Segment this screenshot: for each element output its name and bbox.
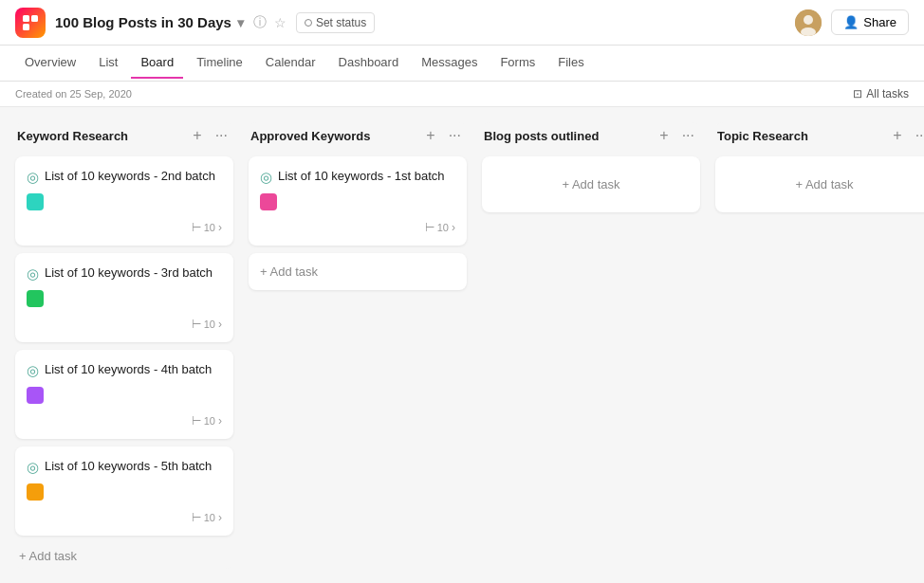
card-keyword-2nd-batch[interactable]: ◎ List of 10 keywords - 2nd batch ⊢ 10 › [15,156,233,246]
card-title-2: List of 10 keywords - 3rd batch [45,264,213,282]
arrow-icon-card3: › [218,414,222,428]
nav-item-timeline[interactable]: Timeline [187,47,252,79]
subtask-icon-card3: ⊢ [192,414,201,428]
set-status-circle [305,19,312,27]
subtask-count-card1: ⊢ 10 › [192,221,222,234]
avatar[interactable] [795,9,822,36]
add-task-card-approved: + Add task [249,253,467,290]
card-title-5: List of 10 keywords - 1st batch [278,168,445,185]
column-header-blog: Blog posts outlined + ··· [482,122,700,149]
column-header-topic: Topic Research + ··· [715,122,924,149]
card-title-3: List of 10 keywords - 4th batch [45,361,212,378]
tag-dot-card2 [27,290,44,307]
arrow-icon-card5: › [452,221,455,234]
subtask-icon-card1: ⊢ [192,221,201,234]
subtask-count-card2: ⊢ 10 › [192,318,222,331]
top-bar: 100 Blog Posts in 30 Days ▾ ⓘ ☆ Set stat… [0,0,924,46]
column-title-blog: Blog posts outlined [484,129,599,143]
subtask-icon-card5: ⊢ [425,221,434,234]
column-title-approved: Approved Keywords [250,129,370,143]
check-icon-card2: ◎ [27,265,39,282]
star-icon[interactable]: ☆ [274,15,286,30]
project-title-text: 100 Blog Posts in 30 Days [55,14,231,30]
add-task-blog[interactable]: + Add task [493,172,689,197]
subtask-count-card5: ⊢ 10 › [425,221,455,234]
add-task-keyword-research[interactable]: + Add task [15,543,233,569]
chevron-down-icon[interactable]: ▾ [237,15,244,30]
column-actions-topic: + ··· [889,126,924,145]
card-keyword-4th-batch[interactable]: ◎ List of 10 keywords - 4th batch ⊢ 10 › [15,350,233,439]
info-icon[interactable]: ⓘ [253,14,267,31]
tag-dot-card5 [260,193,277,210]
column-title-keyword-research: Keyword Research [17,129,128,143]
add-task-column-topic[interactable]: + [889,126,905,145]
nav-bar: Overview List Board Timeline Calendar Da… [0,46,924,82]
column-blog-posts-outlined: Blog posts outlined + ··· + Add task [482,122,700,212]
tag-dot-card1 [27,193,44,210]
nav-item-messages[interactable]: Messages [412,47,487,79]
tag-dot-card4 [27,483,44,501]
svg-rect-0 [23,15,29,22]
project-title-container: 100 Blog Posts in 30 Days ▾ [55,14,244,30]
app-logo[interactable] [15,8,46,38]
check-icon-card5: ◎ [260,169,272,186]
nav-item-list[interactable]: List [89,47,127,79]
add-task-card-topic: + Add task [715,156,924,212]
title-icon-group: ⓘ ☆ [253,14,286,31]
svg-rect-2 [23,24,29,30]
card-title-1: List of 10 keywords - 2nd batch [45,168,215,185]
column-header-approved-keywords: Approved Keywords + ··· [249,122,467,149]
svg-rect-1 [31,15,38,22]
share-icon: 👤 [843,15,859,29]
add-task-column-blog[interactable]: + [656,126,672,145]
svg-point-4 [804,15,813,25]
add-task-card-blog: + Add task [482,156,700,212]
board: Keyword Research + ··· ◎ List of 10 keyw… [0,107,924,578]
nav-item-board[interactable]: Board [131,47,183,79]
share-button[interactable]: 👤 Share [831,9,909,35]
subtask-count-card4: ⊢ 10 › [192,511,222,524]
arrow-icon-card4: › [218,511,222,524]
more-options-blog[interactable]: ··· [678,126,698,145]
column-actions-keyword-research: + ··· [189,126,231,145]
all-tasks-button[interactable]: ⊡ All tasks [853,87,909,100]
column-approved-keywords: Approved Keywords + ··· ◎ List of 10 key… [249,122,467,290]
add-task-approved-keywords[interactable]: + Add task [260,263,455,281]
arrow-icon-card2: › [218,318,222,331]
sub-bar: Created on 25 Sep, 2020 ⊡ All tasks [0,82,924,107]
nav-item-dashboard[interactable]: Dashboard [329,47,409,79]
subtask-icon-card4: ⊢ [192,511,201,524]
card-keyword-1st-batch[interactable]: ◎ List of 10 keywords - 1st batch ⊢ 10 › [249,156,467,246]
nav-item-calendar[interactable]: Calendar [256,47,325,79]
subtask-icon-card2: ⊢ [192,318,201,331]
add-task-topic[interactable]: + Add task [727,172,922,197]
more-options-topic[interactable]: ··· [912,126,924,145]
card-title-4: List of 10 keywords - 5th batch [45,458,212,475]
arrow-icon-card1: › [218,221,222,234]
nav-item-forms[interactable]: Forms [490,47,545,79]
add-task-column-keyword-research[interactable]: + [189,126,205,145]
nav-item-overview[interactable]: Overview [15,47,85,79]
set-status-button[interactable]: Set status [296,12,375,33]
column-keyword-research: Keyword Research + ··· ◎ List of 10 keyw… [15,122,233,569]
nav-item-files[interactable]: Files [548,47,593,79]
check-icon-card3: ◎ [27,362,39,379]
created-label: Created on 25 Sep, 2020 [15,88,132,100]
more-options-keyword-research[interactable]: ··· [212,126,231,145]
subtask-count-card3: ⊢ 10 › [192,414,222,428]
more-options-approved[interactable]: ··· [445,126,465,145]
check-icon-card1: ◎ [27,169,39,186]
column-actions-blog: + ··· [656,126,698,145]
add-task-column-approved[interactable]: + [422,126,438,145]
filter-icon: ⊡ [853,87,862,100]
column-header-keyword-research: Keyword Research + ··· [15,122,233,149]
card-keyword-3rd-batch[interactable]: ◎ List of 10 keywords - 3rd batch ⊢ 10 › [15,253,233,342]
check-icon-card4: ◎ [27,459,39,476]
column-title-topic: Topic Research [717,129,808,143]
column-topic-research: Topic Research + ··· + Add task [715,122,924,212]
column-actions-approved: + ··· [422,126,465,145]
card-keyword-5th-batch[interactable]: ◎ List of 10 keywords - 5th batch ⊢ 10 › [15,446,233,536]
tag-dot-card3 [27,387,44,404]
